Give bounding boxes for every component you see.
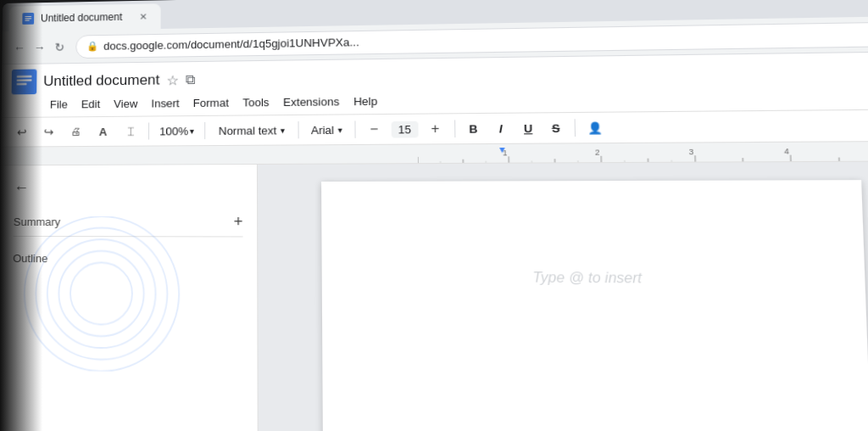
summary-divider [14,236,243,238]
font-size-box[interactable]: 15 [391,120,418,137]
divider-3 [298,121,298,138]
docs-logo [12,70,37,95]
outline-section: Outline [13,250,242,266]
svg-text:3: 3 [689,147,694,156]
menu-extensions[interactable]: Extensions [276,92,347,111]
font-chevron: ▾ [337,125,342,134]
menu-tools[interactable]: Tools [236,93,276,112]
bold-btn[interactable]: B [462,118,484,139]
redo-btn[interactable]: ↪ [38,120,60,143]
divider-4 [354,120,355,137]
divider-1 [148,123,149,140]
svg-rect-6 [17,79,32,81]
divider-5 [454,120,455,137]
forward-nav-btn[interactable]: → [32,40,47,55]
font-size-increase-btn[interactable]: + [423,117,447,140]
svg-rect-3 [25,20,29,20]
svg-rect-1 [25,16,31,17]
menu-edit[interactable]: Edit [75,95,108,113]
svg-rect-7 [17,83,27,85]
svg-rect-5 [17,76,32,77]
svg-point-35 [36,228,168,361]
font-value: Arial [311,123,334,136]
lock-icon: 🔒 [86,41,98,52]
tab-favicon [22,13,34,25]
style-chevron: ▾ [280,126,284,135]
menu-help[interactable]: Help [347,92,385,111]
back-nav-btn[interactable]: ← [12,40,27,55]
style-selector[interactable]: Normal text ▾ [213,121,291,140]
doc-title[interactable]: Untitled document [43,72,159,90]
menu-file[interactable]: File [43,96,75,114]
menu-format[interactable]: Format [186,93,236,112]
summary-label: Summary [14,215,61,227]
font-size-decrease-btn[interactable]: − [363,118,387,141]
italic-btn[interactable]: I [490,118,512,139]
summary-header: Summary + [14,214,243,229]
strikethrough-btn[interactable]: S [544,117,567,138]
sidebar: ← Summary + Outline [0,165,259,431]
undo-btn[interactable]: ↩ [11,121,33,143]
sidebar-back-btn[interactable]: ← [14,179,29,197]
page-placeholder[interactable]: Type @ to insert [367,269,817,288]
ruler-svg: 1 2 3 4 5 [418,142,868,164]
svg-text:4: 4 [784,146,789,155]
svg-rect-4 [12,70,37,95]
zoom-value: 100% [159,125,188,137]
summary-section: Summary + [14,214,243,238]
sidebar-watermark [15,216,188,372]
paint-format-btn[interactable]: ⌶ [120,120,142,143]
document-page-area: Type @ to insert [258,161,868,431]
outline-label: Outline [13,252,47,265]
zoom-selector[interactable]: 100% ▾ [156,123,198,139]
folder-icon[interactable]: ⧉ [186,72,195,87]
svg-text:1: 1 [503,148,508,157]
divider-6 [574,119,576,137]
svg-point-32 [70,262,132,325]
document-page[interactable]: Type @ to insert [321,180,868,431]
refresh-btn[interactable]: ↻ [52,39,67,54]
svg-rect-2 [25,18,31,19]
style-value: Normal text [219,124,277,137]
content-area: ← Summary + Outline Type @ to insert [0,161,868,431]
nav-buttons: ← → ↻ [12,39,67,55]
zoom-chevron: ▾ [190,126,194,136]
font-selector[interactable]: Arial ▾ [306,121,348,138]
tab-close-btn[interactable]: ✕ [139,11,147,22]
divider-2 [204,122,205,139]
summary-add-btn[interactable]: + [234,214,243,229]
star-icon[interactable]: ☆ [167,72,179,88]
user-btn[interactable]: 👤 [582,116,607,139]
spellcheck-btn[interactable]: A [92,120,114,143]
svg-text:2: 2 [595,148,600,157]
svg-point-36 [24,216,180,372]
menu-insert[interactable]: Insert [144,94,186,112]
print-btn[interactable]: 🖨 [64,120,86,143]
menu-view[interactable]: View [107,95,144,113]
underline-btn[interactable]: U [517,118,539,139]
url-text: docs.google.com/document/d/1q5gjoi1UNHVP… [103,36,359,53]
tab-title: Untitled document [41,11,122,24]
browser-window: Untitled document ✕ ← → ↻ 🔒 docs.google.… [0,0,868,431]
active-tab[interactable]: Untitled document ✕ [8,3,160,31]
